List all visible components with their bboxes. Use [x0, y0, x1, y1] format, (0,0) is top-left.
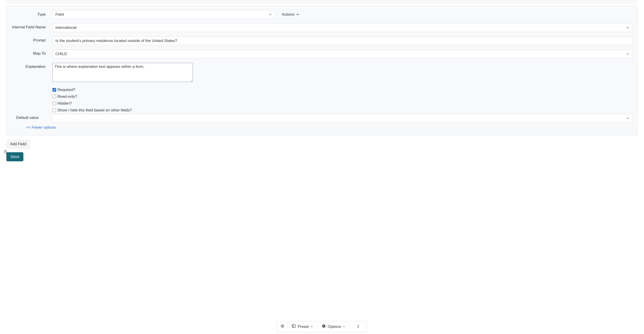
default-value-label: Default value	[12, 114, 52, 120]
required-checkbox-label[interactable]: Required?	[58, 88, 75, 92]
map-to-label: Map To	[12, 50, 52, 56]
save-button[interactable]: Save	[6, 152, 24, 161]
actions-label: Actions	[282, 12, 294, 17]
internal-field-name-label: Internal Field Name	[12, 23, 52, 29]
prompt-input[interactable]	[52, 36, 632, 45]
map-to-select[interactable]: CHILD	[52, 50, 632, 58]
map-to-value: CHILD	[56, 52, 67, 56]
previous-card-edge	[6, 0, 638, 3]
read-only-checkbox-label[interactable]: Read-only?	[58, 94, 77, 99]
internal-field-name-value: international	[56, 25, 76, 30]
prompt-label: Prompt	[12, 36, 52, 43]
explanation-textarea[interactable]	[52, 63, 193, 82]
explanation-label: Explanation	[12, 63, 52, 69]
conditional-checkbox[interactable]	[52, 108, 56, 112]
hidden-checkbox[interactable]	[52, 102, 56, 105]
type-select[interactable]: Field	[52, 10, 275, 19]
conditional-checkbox-label[interactable]: Show / hide this field based on other fi…	[58, 108, 132, 113]
actions-menu[interactable]: Actions	[275, 12, 299, 17]
internal-field-name-select[interactable]: international	[52, 23, 632, 32]
add-field-button[interactable]: Add Field	[6, 140, 30, 149]
chevron-down-icon	[626, 26, 629, 29]
required-checkbox[interactable]	[52, 88, 56, 92]
fewer-options-link[interactable]: << Fewer options	[26, 125, 56, 130]
type-select-value: Field	[56, 12, 64, 17]
chevron-down-icon	[269, 13, 272, 16]
chevron-down-icon	[626, 117, 629, 120]
chevron-down-icon	[626, 53, 629, 55]
read-only-checkbox[interactable]	[52, 95, 56, 98]
hidden-checkbox-label[interactable]: Hidden?	[58, 101, 72, 106]
field-config-card: Type Field Actions Internal Field Name	[6, 5, 638, 135]
chevron-down-icon	[296, 13, 299, 16]
type-label: Type	[12, 12, 52, 17]
default-value-select[interactable]	[52, 114, 632, 122]
